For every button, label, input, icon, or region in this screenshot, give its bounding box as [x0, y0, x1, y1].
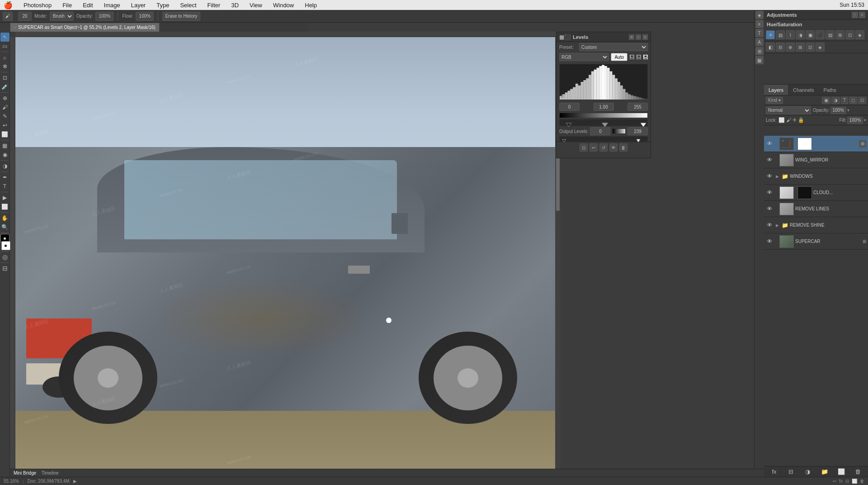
menu-edit[interactable]: Edit: [81, 2, 94, 9]
layer-row-0[interactable]: 👁 ⬛ ⊞: [764, 136, 868, 152]
status-icon-1[interactable]: ↩: [833, 479, 836, 484]
fill-value-input[interactable]: [847, 117, 863, 124]
move-tool[interactable]: ↖: [0, 33, 9, 42]
lock-all-icon[interactable]: 🔒: [798, 117, 804, 123]
menu-select[interactable]: Select: [178, 2, 198, 9]
adj-invert-icon[interactable]: ⊟: [776, 43, 785, 52]
layer-2-visibility[interactable]: 👁: [766, 173, 773, 180]
kind-filter-label[interactable]: Kind ▾: [766, 97, 783, 104]
fill-dropdown[interactable]: ▾: [864, 118, 866, 123]
output-slider[interactable]: [559, 136, 648, 142]
bg-color[interactable]: ■: [1, 241, 10, 250]
output-max-field[interactable]: [627, 127, 648, 135]
eyedropper-gray[interactable]: ⛾: [636, 54, 641, 60]
history-brush-tool[interactable]: ↩: [0, 121, 9, 130]
erase-to-history-btn[interactable]: Erase to History: [162, 12, 200, 21]
menu-filter[interactable]: Filter: [206, 2, 222, 9]
opacity-input[interactable]: [95, 12, 113, 21]
eyedropper-tool[interactable]: 💉: [0, 82, 9, 91]
adj-huesat-icon[interactable]: ⬛: [816, 30, 825, 39]
layer-5-visibility[interactable]: 👁: [766, 222, 773, 229]
menu-type[interactable]: Type: [155, 2, 171, 9]
adj-vibrance-icon[interactable]: ▣: [806, 30, 815, 39]
spot-heal-tool[interactable]: ⊕: [0, 94, 9, 103]
layer-4-visibility[interactable]: 👁: [766, 205, 773, 213]
layer-2-expand[interactable]: ▶: [774, 174, 780, 179]
layer-group-btn[interactable]: 📁: [820, 467, 829, 476]
adj-channel-mixer-icon[interactable]: ◈: [855, 30, 864, 39]
layer-1-visibility[interactable]: 👁: [766, 157, 773, 164]
type-tool[interactable]: T: [0, 182, 9, 191]
adj-close-btn[interactable]: ×: [859, 12, 865, 18]
layer-new-btn[interactable]: ⬜: [837, 467, 846, 476]
gradient-tool[interactable]: ▦: [0, 141, 9, 150]
hand-tool[interactable]: ✋: [0, 214, 9, 223]
flow-input[interactable]: [136, 12, 154, 21]
menu-file[interactable]: File: [61, 2, 74, 9]
menu-help[interactable]: Help: [303, 2, 319, 9]
lock-transparent-icon[interactable]: ⬜: [778, 117, 785, 123]
mode-select[interactable]: Brush: [50, 12, 74, 21]
opacity-dropdown[interactable]: ▾: [847, 108, 849, 113]
eyedropper-white[interactable]: ⛾: [643, 54, 648, 60]
adj-curves-icon[interactable]: ⌇: [786, 30, 795, 39]
blur-tool[interactable]: ◉: [0, 150, 9, 159]
input-max-field[interactable]: [627, 103, 648, 111]
menu-window[interactable]: Window: [271, 2, 296, 9]
output-min-field[interactable]: [590, 127, 610, 135]
menu-photoshop[interactable]: Photoshop: [22, 2, 53, 9]
menu-view[interactable]: View: [248, 2, 264, 9]
clip-to-layer-btn[interactable]: ⊡: [580, 143, 588, 152]
status-icon-2[interactable]: fx: [839, 479, 843, 484]
adj-threshold-icon[interactable]: ⊞: [796, 43, 805, 52]
adj-exposure-icon[interactable]: ◑: [796, 30, 805, 39]
pen-tool[interactable]: ✒: [0, 173, 9, 182]
layer-mask-btn[interactable]: ⊟: [787, 467, 796, 476]
adj-collapse-btn[interactable]: ↑: [852, 12, 858, 18]
channels-tab[interactable]: Channels: [788, 85, 819, 95]
dodge-tool[interactable]: ◑: [0, 162, 9, 171]
menu-image[interactable]: Image: [102, 2, 122, 9]
lock-position-icon[interactable]: ✛: [793, 117, 797, 123]
properties-btn-list[interactable]: ≡: [629, 34, 634, 40]
zoom-tool[interactable]: 🔍: [0, 223, 9, 232]
panel-toggle-3[interactable]: T: [755, 29, 764, 37]
panel-toggle-6[interactable]: ▦: [755, 56, 764, 64]
brush-tool-btn[interactable]: 🖌: [3, 12, 13, 21]
layer-5-expand[interactable]: ▶: [774, 223, 780, 228]
adj-colorlookup-icon[interactable]: ◧: [766, 43, 775, 52]
filter-shape-icon[interactable]: ◻: [849, 97, 857, 104]
preset-select[interactable]: Custom Default: [579, 43, 648, 51]
layer-row-3[interactable]: 👁 CLOUD...: [764, 185, 868, 201]
paths-tab[interactable]: Paths: [819, 85, 841, 95]
shape-tool[interactable]: ⬜: [0, 202, 9, 211]
filter-pixel-icon[interactable]: ▣: [822, 97, 830, 104]
adj-brightness-icon[interactable]: ☀: [766, 30, 775, 39]
menu-layer[interactable]: Layer: [129, 2, 148, 9]
layer-0-visibility[interactable]: 👁: [766, 140, 773, 147]
panel-toggle-1[interactable]: ◈: [755, 11, 764, 19]
show-prev-state-btn[interactable]: ↩: [590, 143, 598, 152]
levels-slider[interactable]: [559, 119, 648, 126]
screen-mode[interactable]: ⊟: [0, 264, 9, 273]
menu-3d[interactable]: 3D: [229, 2, 241, 9]
adj-colorbalance-icon[interactable]: ▤: [826, 30, 835, 39]
layer-row-2[interactable]: 👁 ▶ 📁 WINDOWS: [764, 168, 868, 185]
adj-posterize-icon[interactable]: ⊕: [786, 43, 795, 52]
layer-6-visibility[interactable]: 👁: [766, 238, 773, 245]
reset-btn[interactable]: ↺: [599, 143, 608, 152]
mini-bridge-tab[interactable]: Mini Bridge: [14, 471, 36, 475]
adj-bw-icon[interactable]: ⊞: [835, 30, 844, 39]
opacity-value-input[interactable]: [830, 107, 846, 114]
properties-collapse[interactable]: ↑: [636, 34, 641, 40]
layer-row-5[interactable]: 👁 ▶ 📁 REMOVE SHINE: [764, 217, 868, 233]
layer-delete-btn[interactable]: 🗑: [854, 467, 863, 476]
timeline-tab[interactable]: Timeline: [42, 471, 58, 475]
quick-mask[interactable]: ◎: [0, 252, 9, 262]
channel-select[interactable]: RGB Red Green Blue: [559, 53, 609, 61]
adj-gradient-map-icon[interactable]: ◈: [816, 43, 825, 52]
adj-levels-icon[interactable]: ▤: [776, 30, 785, 39]
panel-toggle-2[interactable]: ≡: [755, 20, 764, 28]
input-min-field[interactable]: [559, 103, 580, 111]
filter-smart-icon[interactable]: ⊡: [858, 97, 866, 104]
